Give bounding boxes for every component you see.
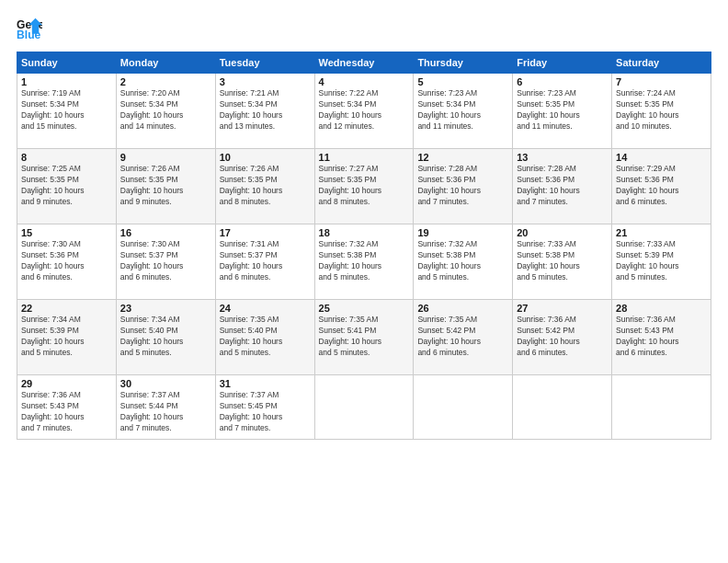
day-detail: Sunrise: 7:26 AM Sunset: 5:35 PM Dayligh…	[120, 164, 211, 208]
day-detail: Sunrise: 7:29 AM Sunset: 5:36 PM Dayligh…	[616, 164, 707, 208]
day-number: 4	[319, 76, 410, 87]
day-number: 24	[220, 303, 311, 314]
day-detail: Sunrise: 7:26 AM Sunset: 5:35 PM Dayligh…	[220, 164, 311, 208]
day-number: 21	[616, 227, 707, 238]
day-number: 22	[21, 303, 112, 314]
day-detail: Sunrise: 7:21 AM Sunset: 5:34 PM Dayligh…	[220, 88, 311, 132]
day-detail: Sunrise: 7:36 AM Sunset: 5:42 PM Dayligh…	[517, 315, 608, 359]
day-detail: Sunrise: 7:28 AM Sunset: 5:36 PM Dayligh…	[417, 164, 508, 208]
day-detail: Sunrise: 7:30 AM Sunset: 5:37 PM Dayligh…	[120, 239, 211, 283]
header: General Blue	[17, 17, 711, 42]
day-number: 11	[319, 152, 410, 163]
weekday-header-saturday: Saturday	[612, 52, 711, 74]
day-detail: Sunrise: 7:36 AM Sunset: 5:43 PM Dayligh…	[21, 390, 112, 434]
day-number: 13	[517, 152, 608, 163]
day-detail: Sunrise: 7:34 AM Sunset: 5:39 PM Dayligh…	[21, 315, 112, 359]
day-detail: Sunrise: 7:25 AM Sunset: 5:35 PM Dayligh…	[21, 164, 112, 208]
day-number: 5	[417, 76, 508, 87]
calendar-cell: 18 Sunrise: 7:32 AM Sunset: 5:38 PM Dayl…	[314, 224, 414, 300]
calendar-cell: 8 Sunrise: 7:25 AM Sunset: 5:35 PM Dayli…	[17, 149, 117, 224]
calendar-cell	[314, 375, 414, 440]
weekday-header-wednesday: Wednesday	[314, 52, 414, 74]
calendar-cell: 5 Sunrise: 7:23 AM Sunset: 5:34 PM Dayli…	[414, 74, 513, 149]
calendar-cell: 4 Sunrise: 7:22 AM Sunset: 5:34 PM Dayli…	[314, 74, 414, 149]
calendar-cell: 7 Sunrise: 7:24 AM Sunset: 5:35 PM Dayli…	[612, 74, 711, 149]
calendar-cell: 30 Sunrise: 7:37 AM Sunset: 5:44 PM Dayl…	[116, 375, 215, 440]
calendar: SundayMondayTuesdayWednesdayThursdayFrid…	[17, 52, 711, 440]
day-number: 30	[120, 378, 211, 389]
calendar-cell: 12 Sunrise: 7:28 AM Sunset: 5:36 PM Dayl…	[414, 149, 513, 224]
day-number: 28	[616, 303, 707, 314]
weekday-header-tuesday: Tuesday	[215, 52, 314, 74]
day-detail: Sunrise: 7:27 AM Sunset: 5:35 PM Dayligh…	[319, 164, 410, 208]
logo-icon: General Blue	[17, 17, 42, 42]
day-detail: Sunrise: 7:33 AM Sunset: 5:38 PM Dayligh…	[517, 239, 608, 283]
calendar-cell: 3 Sunrise: 7:21 AM Sunset: 5:34 PM Dayli…	[215, 74, 314, 149]
calendar-cell: 15 Sunrise: 7:30 AM Sunset: 5:36 PM Dayl…	[17, 224, 117, 300]
day-detail: Sunrise: 7:32 AM Sunset: 5:38 PM Dayligh…	[417, 239, 508, 283]
day-number: 31	[220, 378, 311, 389]
calendar-cell	[513, 375, 612, 440]
day-number: 23	[120, 303, 211, 314]
day-number: 18	[319, 227, 410, 238]
calendar-cell: 27 Sunrise: 7:36 AM Sunset: 5:42 PM Dayl…	[513, 300, 612, 375]
day-detail: Sunrise: 7:23 AM Sunset: 5:34 PM Dayligh…	[417, 88, 508, 132]
calendar-cell	[612, 375, 711, 440]
calendar-cell: 20 Sunrise: 7:33 AM Sunset: 5:38 PM Dayl…	[513, 224, 612, 300]
day-number: 2	[120, 76, 211, 87]
day-number: 6	[517, 76, 608, 87]
day-detail: Sunrise: 7:30 AM Sunset: 5:36 PM Dayligh…	[21, 239, 112, 283]
day-number: 3	[220, 76, 311, 87]
calendar-cell: 26 Sunrise: 7:35 AM Sunset: 5:42 PM Dayl…	[414, 300, 513, 375]
day-detail: Sunrise: 7:33 AM Sunset: 5:39 PM Dayligh…	[616, 239, 707, 283]
day-detail: Sunrise: 7:34 AM Sunset: 5:40 PM Dayligh…	[120, 315, 211, 359]
day-number: 8	[21, 152, 112, 163]
logo: General Blue	[17, 17, 44, 42]
calendar-cell: 11 Sunrise: 7:27 AM Sunset: 5:35 PM Dayl…	[314, 149, 414, 224]
calendar-cell: 19 Sunrise: 7:32 AM Sunset: 5:38 PM Dayl…	[414, 224, 513, 300]
calendar-cell	[414, 375, 513, 440]
calendar-header-row: SundayMondayTuesdayWednesdayThursdayFrid…	[17, 52, 711, 74]
page: General Blue SundayMondayTuesdayWednesda…	[0, 0, 728, 563]
day-number: 15	[21, 227, 112, 238]
day-detail: Sunrise: 7:28 AM Sunset: 5:36 PM Dayligh…	[517, 164, 608, 208]
calendar-cell: 25 Sunrise: 7:35 AM Sunset: 5:41 PM Dayl…	[314, 300, 414, 375]
day-number: 7	[616, 76, 707, 87]
day-detail: Sunrise: 7:35 AM Sunset: 5:40 PM Dayligh…	[220, 315, 311, 359]
calendar-cell: 14 Sunrise: 7:29 AM Sunset: 5:36 PM Dayl…	[612, 149, 711, 224]
calendar-cell: 13 Sunrise: 7:28 AM Sunset: 5:36 PM Dayl…	[513, 149, 612, 224]
day-number: 12	[417, 152, 508, 163]
calendar-cell: 22 Sunrise: 7:34 AM Sunset: 5:39 PM Dayl…	[17, 300, 117, 375]
day-detail: Sunrise: 7:22 AM Sunset: 5:34 PM Dayligh…	[319, 88, 410, 132]
calendar-cell: 28 Sunrise: 7:36 AM Sunset: 5:43 PM Dayl…	[612, 300, 711, 375]
day-detail: Sunrise: 7:32 AM Sunset: 5:38 PM Dayligh…	[319, 239, 410, 283]
day-number: 26	[417, 303, 508, 314]
calendar-cell: 17 Sunrise: 7:31 AM Sunset: 5:37 PM Dayl…	[215, 224, 314, 300]
day-detail: Sunrise: 7:20 AM Sunset: 5:34 PM Dayligh…	[120, 88, 211, 132]
day-number: 16	[120, 227, 211, 238]
day-detail: Sunrise: 7:37 AM Sunset: 5:44 PM Dayligh…	[120, 390, 211, 434]
day-detail: Sunrise: 7:37 AM Sunset: 5:45 PM Dayligh…	[220, 390, 311, 434]
calendar-cell: 31 Sunrise: 7:37 AM Sunset: 5:45 PM Dayl…	[215, 375, 314, 440]
day-number: 19	[417, 227, 508, 238]
day-number: 17	[220, 227, 311, 238]
day-detail: Sunrise: 7:36 AM Sunset: 5:43 PM Dayligh…	[616, 315, 707, 359]
day-detail: Sunrise: 7:24 AM Sunset: 5:35 PM Dayligh…	[616, 88, 707, 132]
day-detail: Sunrise: 7:23 AM Sunset: 5:35 PM Dayligh…	[517, 88, 608, 132]
calendar-cell: 16 Sunrise: 7:30 AM Sunset: 5:37 PM Dayl…	[116, 224, 215, 300]
day-detail: Sunrise: 7:31 AM Sunset: 5:37 PM Dayligh…	[220, 239, 311, 283]
day-number: 27	[517, 303, 608, 314]
calendar-cell: 6 Sunrise: 7:23 AM Sunset: 5:35 PM Dayli…	[513, 74, 612, 149]
day-detail: Sunrise: 7:35 AM Sunset: 5:42 PM Dayligh…	[417, 315, 508, 359]
calendar-cell: 10 Sunrise: 7:26 AM Sunset: 5:35 PM Dayl…	[215, 149, 314, 224]
weekday-header-sunday: Sunday	[17, 52, 117, 74]
day-number: 14	[616, 152, 707, 163]
calendar-cell: 1 Sunrise: 7:19 AM Sunset: 5:34 PM Dayli…	[17, 74, 117, 149]
day-number: 1	[21, 76, 112, 87]
weekday-header-friday: Friday	[513, 52, 612, 74]
day-number: 9	[120, 152, 211, 163]
day-number: 29	[21, 378, 112, 389]
weekday-header-monday: Monday	[116, 52, 215, 74]
day-number: 10	[220, 152, 311, 163]
calendar-cell: 21 Sunrise: 7:33 AM Sunset: 5:39 PM Dayl…	[612, 224, 711, 300]
